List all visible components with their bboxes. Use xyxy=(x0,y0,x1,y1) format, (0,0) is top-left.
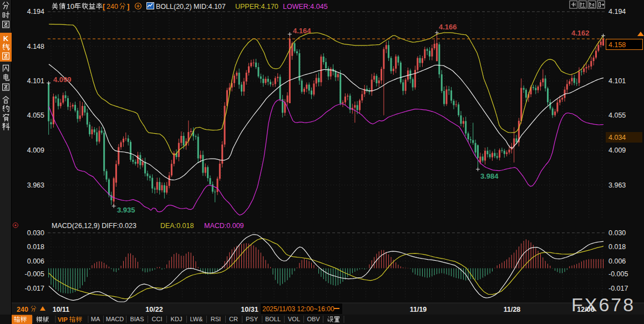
svg-text:RSI: RSI xyxy=(211,316,221,322)
svg-text:0.018: 0.018 xyxy=(27,243,44,251)
svg-text:11/19: 11/19 xyxy=(410,306,427,313)
svg-text:10/11: 10/11 xyxy=(53,306,70,313)
svg-text:-0.005: -0.005 xyxy=(25,270,44,278)
svg-text:3.963: 3.963 xyxy=(608,181,626,189)
svg-text:4.158: 4.158 xyxy=(608,41,626,49)
svg-text:0.006: 0.006 xyxy=(27,257,44,265)
svg-text:3.935: 3.935 xyxy=(117,206,135,214)
svg-text:4.009: 4.009 xyxy=(608,146,626,154)
svg-text:4.099: 4.099 xyxy=(53,75,72,84)
svg-text:MA: MA xyxy=(91,316,100,322)
svg-text:-0.005: -0.005 xyxy=(608,270,628,278)
svg-text:CR: CR xyxy=(229,316,238,322)
svg-text:10: 10 xyxy=(67,3,74,11)
svg-text:0.006: 0.006 xyxy=(608,257,626,265)
svg-text:4.009: 4.009 xyxy=(27,146,44,154)
svg-text:BOLL: BOLL xyxy=(265,316,281,322)
svg-text:4.034: 4.034 xyxy=(608,134,626,141)
svg-text:4.194: 4.194 xyxy=(608,8,626,16)
svg-text:PSY: PSY xyxy=(246,316,258,322)
svg-text:]: ] xyxy=(127,2,129,11)
svg-text:240: 240 xyxy=(17,306,28,313)
svg-text:LOWER:4.045: LOWER:4.045 xyxy=(283,3,328,11)
svg-text:4.194: 4.194 xyxy=(27,8,44,16)
svg-text:10/22: 10/22 xyxy=(145,306,163,313)
svg-text:OBV: OBV xyxy=(307,316,320,322)
svg-text:DEA:0.018: DEA:0.018 xyxy=(160,222,194,230)
svg-text:3.984: 3.984 xyxy=(480,172,499,180)
svg-text:12/06: 12/06 xyxy=(577,306,594,313)
svg-text:-0.017: -0.017 xyxy=(25,285,44,292)
svg-text:K: K xyxy=(3,34,9,43)
svg-text:UPPER:4.170: UPPER:4.170 xyxy=(235,3,278,11)
svg-text:VIP: VIP xyxy=(58,316,68,323)
svg-text:4.148: 4.148 xyxy=(27,43,44,50)
svg-text:CCI: CCI xyxy=(152,316,163,322)
svg-text:4.166: 4.166 xyxy=(439,23,457,31)
svg-text:3.963: 3.963 xyxy=(27,181,44,189)
svg-text:0.030: 0.030 xyxy=(608,229,626,237)
svg-text:BOLL(20,2) MID:4.107: BOLL(20,2) MID:4.107 xyxy=(156,3,226,11)
svg-text:0.018: 0.018 xyxy=(608,243,626,251)
svg-text:11/28: 11/28 xyxy=(504,306,521,313)
svg-text:10/31: 10/31 xyxy=(241,306,258,313)
svg-text:VOL: VOL xyxy=(288,316,300,322)
svg-text:4.055: 4.055 xyxy=(27,112,44,119)
svg-text:MACD(26,12,9) DIFF:0.023: MACD(26,12,9) DIFF:0.023 xyxy=(52,222,136,230)
svg-text:LW&: LW& xyxy=(190,316,203,322)
svg-text:4.164: 4.164 xyxy=(293,27,311,35)
svg-text:BIAS: BIAS xyxy=(130,316,144,322)
svg-text:KDJ: KDJ xyxy=(171,316,182,322)
svg-text:0.030: 0.030 xyxy=(27,229,44,237)
svg-text:4.162: 4.162 xyxy=(571,29,590,37)
svg-text:MACD:0.009: MACD:0.009 xyxy=(204,222,244,230)
svg-text:-0.017: -0.017 xyxy=(608,285,628,292)
svg-text:240: 240 xyxy=(107,3,118,11)
svg-text:MACD: MACD xyxy=(106,316,124,322)
svg-text:4.101: 4.101 xyxy=(608,77,626,85)
svg-text:[: [ xyxy=(103,2,105,11)
svg-text:4.055: 4.055 xyxy=(608,112,626,119)
svg-text:2025/11/03 12:00~16:00: 2025/11/03 12:00~16:00 xyxy=(262,305,334,313)
svg-text:4.101: 4.101 xyxy=(27,77,44,85)
